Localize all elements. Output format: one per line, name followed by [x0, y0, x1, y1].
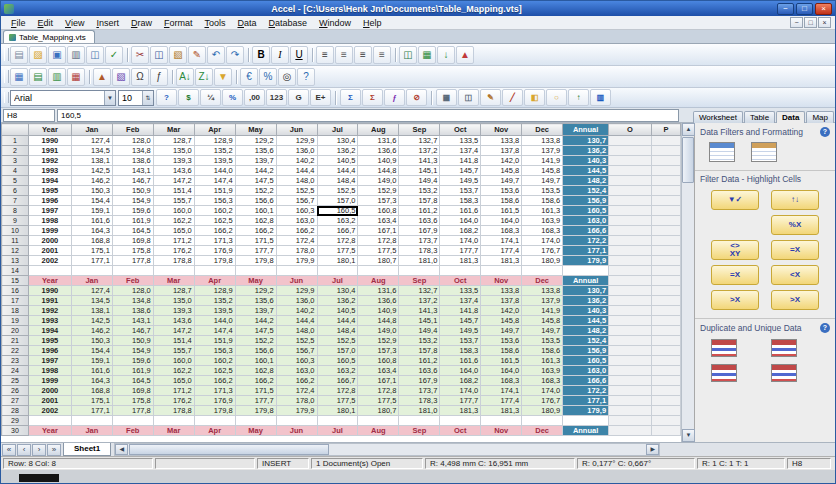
font-name-select[interactable]: Arial ▼: [10, 90, 116, 106]
cell[interactable]: [609, 346, 652, 356]
scroll-up-icon[interactable]: ▲: [682, 123, 695, 136]
copy-icon[interactable]: ◫: [150, 46, 168, 64]
cell[interactable]: [651, 156, 680, 166]
cell[interactable]: 133,8: [522, 286, 563, 296]
cell[interactable]: 163,0: [563, 366, 609, 376]
insert-symbol-icon[interactable]: Ω: [131, 68, 149, 86]
cell[interactable]: [609, 376, 652, 386]
cell[interactable]: [609, 356, 652, 366]
repeat-header-cell[interactable]: Sep: [399, 276, 440, 286]
row-header[interactable]: 27: [2, 396, 29, 406]
panel-tab-worksheet[interactable]: Worksheet: [693, 111, 743, 123]
cell[interactable]: 157,3: [358, 196, 399, 206]
cell[interactable]: 174,0: [522, 386, 563, 396]
cell[interactable]: 152,5: [276, 186, 317, 196]
cell[interactable]: 130,7: [563, 286, 609, 296]
cell[interactable]: [563, 416, 609, 426]
cell[interactable]: 136,6: [358, 146, 399, 156]
cell[interactable]: 159,6: [112, 206, 153, 216]
cell[interactable]: 177,7: [235, 396, 276, 406]
repeat-header-cell[interactable]: Nov: [481, 276, 522, 286]
cell[interactable]: 1996: [28, 346, 71, 356]
cell[interactable]: 174,1: [481, 236, 522, 246]
cell[interactable]: 160,8: [358, 356, 399, 366]
cell[interactable]: [153, 416, 194, 426]
cell[interactable]: 144,5: [563, 166, 609, 176]
cell[interactable]: 144,2: [235, 166, 276, 176]
maximize-icon[interactable]: □: [796, 3, 813, 15]
cell[interactable]: 140,9: [358, 156, 399, 166]
repeat-header-cell[interactable]: Mar: [153, 426, 194, 436]
cell[interactable]: 172,4: [276, 386, 317, 396]
cell[interactable]: 171,3: [194, 236, 235, 246]
cell[interactable]: 137,9: [522, 296, 563, 306]
cell[interactable]: 179,9: [276, 406, 317, 416]
cell[interactable]: 141,9: [522, 306, 563, 316]
cell[interactable]: 172,8: [317, 386, 358, 396]
cell[interactable]: 167,9: [399, 226, 440, 236]
column-header-may[interactable]: May: [235, 124, 276, 136]
cell[interactable]: 133,8: [481, 286, 522, 296]
repeat-header-cell[interactable]: Aug: [358, 276, 399, 286]
scientific-format-icon[interactable]: E+: [310, 89, 331, 106]
cell[interactable]: 160,1: [235, 206, 276, 216]
cell[interactable]: [28, 266, 71, 276]
cell[interactable]: 129,2: [235, 286, 276, 296]
vertical-scroll-thumb[interactable]: [682, 137, 694, 183]
cell[interactable]: [609, 216, 652, 226]
cell[interactable]: [651, 276, 680, 286]
help-icon[interactable]: ?: [820, 127, 830, 137]
cell[interactable]: 168,2: [440, 226, 481, 236]
cell[interactable]: 181,3: [440, 256, 481, 266]
cell[interactable]: 150,3: [71, 186, 112, 196]
cell[interactable]: 142,0: [481, 156, 522, 166]
cell[interactable]: 156,7: [276, 346, 317, 356]
cell[interactable]: 135,6: [235, 296, 276, 306]
cell[interactable]: 178,0: [276, 246, 317, 256]
cell[interactable]: 180,1: [317, 256, 358, 266]
cell[interactable]: 130,4: [317, 136, 358, 146]
cell[interactable]: [651, 196, 680, 206]
cell[interactable]: [609, 166, 652, 176]
cell[interactable]: [609, 306, 652, 316]
cell[interactable]: 177,1: [563, 246, 609, 256]
cell[interactable]: [563, 266, 609, 276]
cell[interactable]: [609, 146, 652, 156]
cell[interactable]: 158,3: [440, 346, 481, 356]
equal-to-x-icon[interactable]: =X: [771, 240, 819, 260]
cell[interactable]: 148,2: [563, 176, 609, 186]
cell[interactable]: 163,2: [317, 366, 358, 376]
cell[interactable]: 140,2: [276, 306, 317, 316]
cell[interactable]: 180,1: [317, 406, 358, 416]
help-icon[interactable]: ?: [820, 323, 830, 333]
cell[interactable]: 178,3: [399, 396, 440, 406]
cell[interactable]: 177,7: [440, 396, 481, 406]
clear-formatting-icon[interactable]: ⊘: [406, 89, 427, 106]
cell[interactable]: 180,7: [358, 406, 399, 416]
row-header[interactable]: 6: [2, 186, 29, 196]
menu-item-data[interactable]: Data: [231, 18, 262, 28]
highlight-duplicates-icon[interactable]: [711, 339, 737, 357]
cell[interactable]: [651, 406, 680, 416]
cell[interactable]: 127,4: [71, 286, 112, 296]
cell[interactable]: 156,9: [563, 346, 609, 356]
cell[interactable]: 152,9: [358, 186, 399, 196]
cell[interactable]: 159,6: [112, 356, 153, 366]
cell[interactable]: 166,6: [563, 376, 609, 386]
cell[interactable]: 161,6: [71, 366, 112, 376]
cell[interactable]: [522, 266, 563, 276]
print-icon[interactable]: ▥: [67, 46, 85, 64]
cell[interactable]: [651, 286, 680, 296]
cell[interactable]: 176,2: [153, 246, 194, 256]
row-header[interactable]: 20: [2, 326, 29, 336]
cell[interactable]: 166,7: [317, 226, 358, 236]
cell[interactable]: 128,9: [194, 286, 235, 296]
cell[interactable]: 149,4: [399, 176, 440, 186]
cell-reference-box[interactable]: H8: [3, 109, 55, 122]
cell[interactable]: 177,1: [71, 256, 112, 266]
cell[interactable]: 159,1: [71, 356, 112, 366]
cell[interactable]: 145,8: [522, 166, 563, 176]
cell[interactable]: 1994: [28, 326, 71, 336]
menu-item-help[interactable]: Help: [357, 18, 388, 28]
cell[interactable]: 166,6: [563, 226, 609, 236]
